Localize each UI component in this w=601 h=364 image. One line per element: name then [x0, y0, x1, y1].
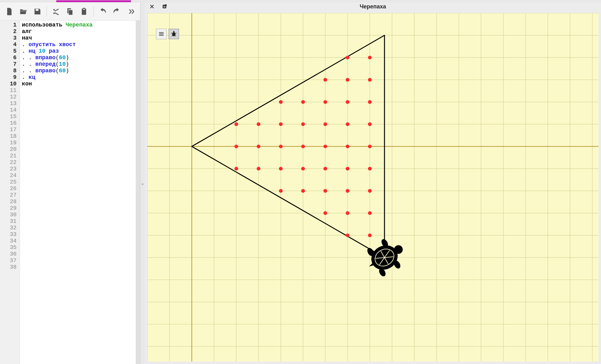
canvas-floating-toolbar — [156, 29, 179, 39]
save-file-button[interactable] — [31, 5, 43, 18]
toolbar-separator — [46, 7, 47, 17]
grid-dot — [346, 189, 349, 193]
code-line: использовать Черепаха — [22, 22, 134, 28]
grid-dot — [257, 122, 261, 126]
grid-dot — [324, 211, 327, 215]
turtle-canvas[interactable] — [147, 13, 599, 362]
copy-button[interactable] — [64, 5, 76, 18]
grid-dot — [346, 122, 349, 126]
grid-dot — [324, 189, 327, 193]
canvas-title: Черепаха — [145, 3, 601, 10]
line-number: 27 — [1, 192, 17, 199]
line-number: 19 — [1, 140, 17, 146]
vertical-splitter[interactable] — [140, 2, 145, 364]
grid-dot — [346, 167, 349, 170]
grid-dot — [257, 145, 261, 148]
undo-button[interactable] — [97, 5, 109, 18]
main-split: 1234567891011121314151617181920212223242… — [0, 2, 601, 364]
close-icon — [149, 4, 155, 9]
grid-dot — [368, 78, 372, 82]
grid-dot — [346, 78, 349, 82]
redo-button[interactable] — [111, 5, 123, 18]
right-pane: Черепаха — [145, 2, 601, 364]
line-number: 30 — [1, 212, 17, 218]
accent-bar — [56, 0, 131, 2]
line-number: 23 — [1, 166, 17, 172]
folder-open-icon — [19, 7, 28, 16]
line-number: 7 — [1, 61, 17, 68]
close-view-button[interactable] — [148, 3, 156, 10]
open-file-button[interactable] — [17, 5, 29, 18]
grid-dot — [368, 167, 372, 170]
line-number: 28 — [1, 199, 17, 205]
paste-button[interactable] — [78, 5, 90, 18]
grid-dot — [324, 100, 327, 104]
grid-dot — [279, 167, 283, 170]
line-number: 22 — [1, 159, 17, 166]
copy-icon — [66, 7, 74, 16]
toolbar-separator — [93, 7, 94, 17]
line-number: 15 — [1, 113, 17, 120]
canvas-menu-button[interactable] — [156, 29, 167, 39]
chevrons-right-icon — [127, 7, 135, 16]
line-number: 34 — [1, 238, 17, 244]
line-number: 38 — [1, 264, 17, 271]
line-number: 20 — [1, 146, 17, 153]
line-number: 29 — [1, 205, 17, 212]
grid-dot — [346, 233, 349, 237]
line-number: 14 — [1, 107, 17, 113]
canvas-header: Черепаха — [145, 2, 601, 11]
line-gutter: 1234567891011121314151617181920212223242… — [0, 21, 20, 364]
canvas-wrap — [145, 11, 601, 364]
line-number: 36 — [1, 251, 17, 257]
code-area[interactable]: использовать Черепахаалгнач. опустить хв… — [20, 21, 136, 364]
line-number: 1 — [1, 22, 17, 28]
line-number: 8 — [1, 68, 17, 74]
code-line: . . вперед(10) — [22, 61, 134, 68]
grid-dot — [279, 122, 283, 126]
line-number: 21 — [1, 153, 17, 159]
code-line: . кц — [22, 74, 134, 81]
more-button[interactable] — [125, 5, 137, 18]
grid-dot — [368, 189, 372, 193]
code-editor[interactable]: 1234567891011121314151617181920212223242… — [0, 21, 140, 364]
grid-dot — [301, 100, 305, 104]
grid-dot — [368, 145, 372, 148]
code-line: алг — [22, 28, 134, 35]
line-number: 37 — [1, 257, 17, 264]
hamburger-icon — [158, 31, 165, 37]
undo-icon — [98, 7, 107, 16]
canvas-turtle-button[interactable] — [169, 29, 179, 39]
code-line: кон — [22, 81, 134, 87]
line-number: 18 — [1, 133, 17, 140]
turtle-sprite — [361, 233, 411, 281]
grid-dot — [346, 100, 349, 104]
line-number: 32 — [1, 225, 17, 231]
left-pane: 1234567891011121314151617181920212223242… — [0, 2, 140, 364]
svg-point-1 — [173, 31, 175, 32]
grid-dot — [368, 122, 372, 126]
grid-dot — [301, 189, 305, 193]
line-number: 6 — [1, 55, 17, 61]
editor-scrollbar[interactable] — [136, 21, 140, 364]
line-number: 24 — [1, 172, 17, 179]
line-number: 17 — [1, 127, 17, 133]
grid-dot — [301, 167, 305, 170]
line-number: 2 — [1, 28, 17, 35]
grid-dot — [279, 145, 283, 148]
line-number: 26 — [1, 185, 17, 192]
new-file-button[interactable] — [3, 5, 15, 18]
line-number: 12 — [1, 94, 17, 100]
line-number: 33 — [1, 231, 17, 238]
grid-dot — [301, 145, 305, 148]
line-number: 9 — [1, 74, 17, 81]
cut-button[interactable] — [50, 5, 62, 18]
code-line: . нц 10 раз — [22, 48, 134, 55]
grid-dot — [234, 145, 238, 148]
grid-dot — [279, 100, 283, 104]
grid-dot — [324, 167, 327, 170]
window-top-strip — [0, 0, 601, 2]
code-line: . . вправо(60) — [22, 68, 134, 74]
popout-view-button[interactable] — [160, 3, 169, 10]
grid-dot — [346, 56, 349, 60]
